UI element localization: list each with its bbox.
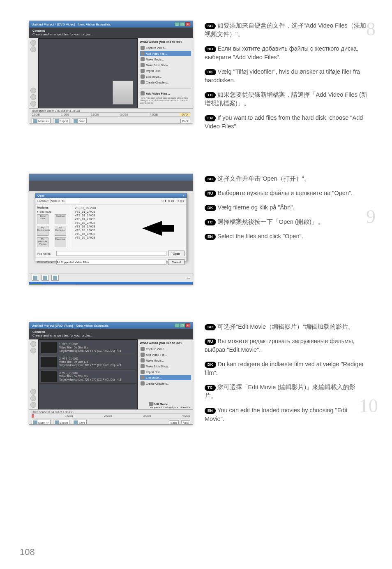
maximize-icon[interactable]: □ (180, 22, 185, 26)
strip-icon[interactable] (30, 395, 36, 401)
shortcut-desktop[interactable]: Desktop (55, 214, 66, 224)
window-titlebar: Untitled Project * [DVD Video] - Nero Vi… (29, 21, 193, 28)
content-header (29, 181, 193, 191)
movie-item[interactable]: 3. VTS_01 0001 Video Title - 0h 02m 27s … (39, 369, 136, 384)
badge-ru: RU (205, 190, 216, 197)
instructions-8: SC如要添加来自硬盘的文件，选择"Add Video Files（添加视频文件）… (205, 21, 367, 137)
minimize-icon[interactable]: _ (175, 22, 180, 26)
strip-icon[interactable] (30, 46, 36, 52)
next-button[interactable]: Next (181, 420, 190, 425)
edit-movie-callout: Edit Movie... Lets you edit the highligh… (149, 402, 191, 409)
file-item[interactable]: VIDEO_TS.VOB (75, 206, 184, 210)
save-icon (74, 420, 78, 425)
lang-tc: TC您可選擇「Edit Movie (編輯影片)」來編輯載入的影片。 (205, 383, 367, 400)
file-item[interactable]: VTS_05_1.VOB (75, 236, 184, 239)
file-list[interactable]: VIDEO_TS.VOB VTS_01_0.VOB VTS_01_1.VOB V… (72, 204, 187, 249)
shortcut-harddisk[interactable]: Hard Disk (37, 214, 48, 224)
dialog-title-text: Open (37, 194, 46, 197)
toolbar-icons[interactable]: ⟲ ⬆ ✕ 🗂 ⋮≡ ▥▾ (161, 200, 184, 203)
file-item[interactable]: VTS_01_1.VOB (75, 214, 184, 217)
shortcut-mydocs[interactable]: My Documents (37, 226, 48, 236)
footer-bar: Used space: 0.04 out of 4.38 GB 1.0GB 2.… (29, 409, 193, 424)
movie-item[interactable]: 1. VTS_01 0001 Video Title - 0h 00m 18s … (39, 341, 136, 355)
export-button[interactable]: Export (53, 420, 69, 425)
action-make-movie[interactable]: Make Movie... (140, 358, 191, 363)
footer-bar (29, 274, 193, 282)
more-button[interactable] (32, 275, 39, 281)
action-slideshow[interactable]: Make Slide Show... (140, 364, 191, 369)
strip-icon[interactable] (30, 348, 36, 353)
lang-dk: DKVælg filerne og klik på "Åbn". (205, 203, 367, 212)
action-import[interactable]: Import Disc (140, 68, 191, 73)
chapter-icon (141, 80, 145, 84)
export-button[interactable] (42, 275, 49, 281)
add-video-files-btn[interactable]: Add Video Files... (140, 91, 191, 96)
file-item[interactable]: VTS_01_2.VOB (75, 217, 184, 221)
more-button[interactable]: More >> (32, 420, 51, 425)
open-button[interactable]: Open (168, 251, 184, 256)
used-bar (32, 414, 34, 418)
filetype-select[interactable] (56, 260, 166, 265)
close-icon[interactable]: × (185, 22, 190, 26)
back-button[interactable]: Back (180, 119, 190, 123)
more-icon (33, 119, 37, 123)
action-slideshow[interactable]: Make Slide Show... (140, 63, 191, 67)
window-controls: _ □ × (175, 323, 190, 327)
save-button[interactable]: Save (72, 420, 87, 425)
file-item[interactable]: VTS_02_0.VOB (75, 221, 184, 225)
camera-icon (141, 347, 145, 351)
space-used: Total space used: 0.00 out of 4.38 GB (32, 109, 190, 112)
maximize-icon[interactable]: □ (180, 323, 185, 327)
taskbar-item[interactable]: Untitled Project * [DV... (44, 284, 77, 285)
badge-tc: TC (205, 92, 216, 98)
export-button[interactable]: Export (53, 118, 69, 123)
filename-input[interactable] (56, 251, 166, 256)
action-add-video[interactable]: Add Video File... (140, 51, 191, 56)
back-button[interactable]: Back (169, 420, 179, 425)
space-used: Used space: 0.04 out of 4.38 GB (32, 411, 190, 413)
action-chapters[interactable]: Create Chapters... (140, 80, 191, 85)
start-button[interactable]: start (31, 284, 42, 285)
save-button[interactable]: Save (72, 118, 87, 123)
edit-icon (141, 376, 145, 380)
shortcut-network[interactable]: My Network Places (37, 237, 48, 247)
dialog-close-icon[interactable]: × (182, 194, 184, 197)
dvd-badge: DVD (179, 113, 190, 116)
minimize-icon[interactable]: _ (175, 323, 180, 327)
shortcut-favorites[interactable]: Favorites (55, 237, 66, 247)
file-item[interactable]: VTS_01_0.VOB (75, 210, 184, 214)
windows-taskbar: start Untitled Project * [DV... (29, 282, 193, 285)
strip-icon[interactable] (30, 402, 36, 408)
strip-icon[interactable] (30, 40, 36, 46)
badge-ru: RU (205, 339, 216, 345)
save-icon (74, 119, 78, 123)
action-add-video[interactable]: Add Video File... (140, 352, 191, 357)
movie-item[interactable]: 2. VTS_01 0001 Video Title - 0h 00m 17s … (39, 355, 136, 369)
strip-icon[interactable] (30, 389, 36, 395)
right-panel: What would you like to do? Capture Video… (138, 339, 193, 409)
action-chapters[interactable]: Create Chapters... (140, 381, 191, 386)
action-import[interactable]: Import Disc (140, 369, 191, 374)
strip-icon[interactable] (30, 94, 36, 100)
action-edit-movie[interactable]: Edit Movie... (140, 375, 191, 380)
file-item[interactable]: VTS_04_1.VOB (75, 232, 184, 236)
strip-icon[interactable] (30, 88, 36, 93)
content-area: 1. VTS_01 0001 Video Title - 0h 00m 18s … (38, 339, 138, 409)
more-icon (33, 276, 37, 280)
save-button[interactable] (51, 275, 59, 281)
shortcut-mycomputer[interactable]: My Computer (55, 226, 66, 236)
content-heading: Content (32, 330, 45, 334)
strip-icon[interactable] (30, 341, 36, 347)
cancel-button[interactable]: Cancel (168, 259, 184, 265)
location-input[interactable] (51, 199, 79, 203)
action-make-movie[interactable]: Make Movie... (140, 57, 191, 62)
action-capture[interactable]: Capture Video... (140, 45, 191, 50)
action-edit[interactable]: Edit Movie... (140, 74, 191, 79)
strip-icon[interactable] (30, 101, 36, 107)
content-header: Content Create and arrange titles for yo… (29, 28, 193, 38)
more-button[interactable]: More >> (32, 118, 51, 123)
close-icon[interactable]: × (185, 323, 190, 327)
right-panel-heading: What would you like to do? (140, 341, 191, 345)
action-capture[interactable]: Capture Video... (140, 346, 191, 351)
back-button[interactable] (187, 277, 190, 279)
